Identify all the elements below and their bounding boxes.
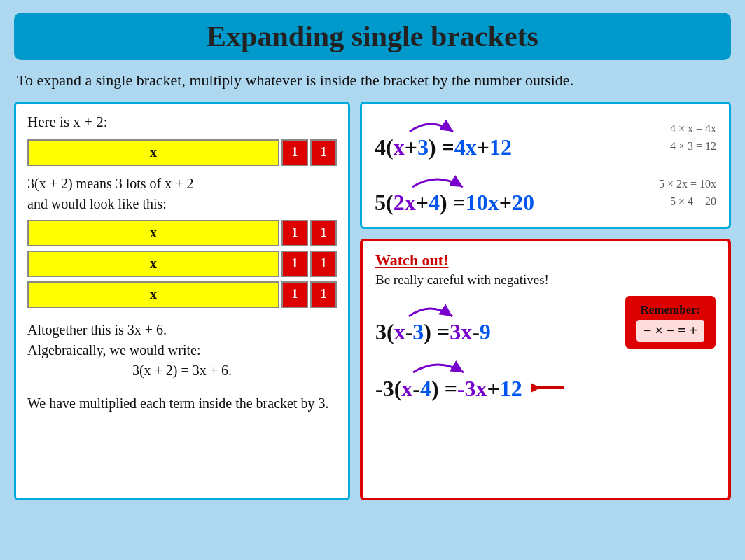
arrow-1-svg [403, 115, 459, 134]
watch-eq-2-main: -3(x - 4) = -3x + 12 [375, 376, 522, 402]
tile-row-2: x 1 1 [27, 251, 337, 277]
left-label-2: 3(x + 2) means 3 lots of x + 2 and would… [27, 174, 337, 214]
tile-1a-3: 1 [281, 281, 308, 308]
main-row: Here is x + 2: x 1 1 3(x + 2) means 3 lo… [14, 102, 731, 500]
tile-1a-2: 1 [281, 251, 308, 277]
tile-row-1: x 1 1 [27, 220, 337, 246]
page-title: Expanding single brackets [28, 20, 717, 53]
tiles-group: x 1 1 x 1 1 x 1 1 [27, 220, 337, 310]
eq-block-1: 4(x + 3) = 4x + 12 4 × x = 4x 4 × 3 = 12 [375, 115, 716, 160]
arrow-2-svg [405, 170, 468, 190]
tile-1a-1: 1 [281, 220, 308, 246]
eq-1-main: 4(x + 3) = 4x + 12 [375, 134, 512, 160]
tile-x-single: x [27, 139, 279, 166]
watch-arrow-2-svg [406, 356, 469, 375]
tile-1b-3: 1 [310, 281, 337, 308]
tile-1b-single: 1 [310, 139, 337, 166]
tile-1a-single: 1 [281, 139, 308, 166]
watch-eq-2-row: -3(x - 4) = -3x + 12 [375, 375, 566, 403]
remember-label: Remember: [636, 303, 704, 317]
watch-subtitle: Be really careful with negatives! [375, 272, 716, 288]
watch-eq-1: 3(x - 3) = 3x - 9 Remember: − × − = + [375, 296, 716, 349]
eq-2-main: 5(2x + 4) = 10x + 20 [375, 190, 534, 216]
eq-block-2: 5(2x + 4) = 10x + 20 5 × 2x = 10x 5 × 4 … [375, 170, 716, 216]
watch-arrow-1-svg [402, 300, 458, 319]
watch-title: Watch out! [375, 251, 716, 270]
tile-1b-2: 1 [310, 251, 337, 277]
red-arrow-svg [531, 375, 566, 400]
left-panel: Here is x + 2: x 1 1 3(x + 2) means 3 lo… [14, 102, 350, 500]
left-para-2: We have multiplied each term inside the … [27, 393, 337, 414]
tile-x-3: x [27, 281, 279, 308]
watch-eq-1-main: 3(x - 3) = 3x - 9 [375, 319, 491, 345]
remember-eq: − × − = + [636, 320, 704, 342]
tile-row-3: x 1 1 [27, 281, 337, 308]
right-top-panel: 4(x + 3) = 4x + 12 4 × x = 4x 4 × 3 = 12 [360, 102, 731, 229]
right-col: 4(x + 3) = 4x + 12 4 × x = 4x 4 × 3 = 12 [360, 102, 731, 500]
title-box: Expanding single brackets [14, 13, 731, 60]
tile-x-2: x [27, 251, 279, 277]
left-para-1: Altogether this is 3x + 6. Algebraically… [27, 320, 337, 381]
red-arrow-icon [531, 375, 566, 403]
right-bottom-panel: Watch out! Be really careful with negati… [360, 239, 731, 500]
intro-text: To expand a single bracket, multiply wha… [14, 70, 731, 92]
eq-1-notes: 4 × x = 4x 4 × 3 = 12 [670, 120, 716, 155]
tile-row-single: x 1 1 [27, 139, 337, 166]
eq-2-notes: 5 × 2x = 10x 5 × 4 = 20 [659, 175, 716, 211]
watch-eq-2: -3(x - 4) = -3x + 12 [375, 356, 716, 403]
tile-x-1: x [27, 220, 279, 246]
left-label-1: Here is x + 2: [27, 113, 337, 131]
tile-1b-1: 1 [310, 220, 337, 246]
page: Expanding single brackets To expand a si… [0, 0, 745, 560]
remember-box: Remember: − × − = + [625, 296, 716, 349]
